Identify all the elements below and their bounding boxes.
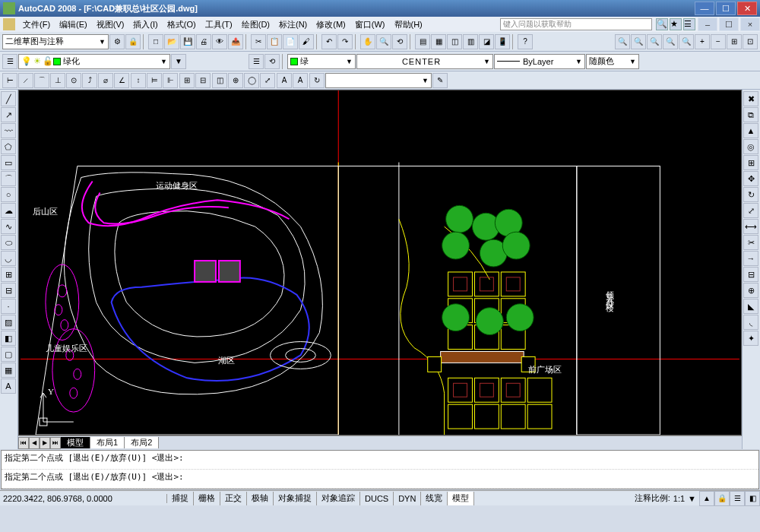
zoom-object-button[interactable]: 🔍 [679,34,694,49]
ellipsearc-button[interactable]: ◡ [1,251,16,266]
menu-dim[interactable]: 标注(N) [274,19,312,30]
search-icon[interactable]: 🔍 [656,18,668,30]
props-button[interactable]: ▤ [415,34,430,49]
polygon-button[interactable]: ⬠ [1,139,16,154]
ellipse-button[interactable]: ⬭ [1,235,16,250]
save-button[interactable]: 💾 [180,34,195,49]
inspect-button[interactable]: ◯ [244,73,259,88]
dim-linear-button[interactable]: ⊢ [2,73,17,88]
array-button[interactable]: ⊞ [743,155,758,170]
dim-continue-button[interactable]: ⊩ [163,73,178,88]
tab-last-button[interactable]: ⏭ [50,437,61,449]
region-button[interactable]: ▢ [1,347,16,362]
dim-space-button[interactable]: ⊞ [179,73,195,88]
dimstyle-dropdown[interactable]: ▼ [325,73,432,88]
makeblock-button[interactable]: ⊟ [1,283,16,298]
minimize-button[interactable]: — [695,2,714,15]
dimstyle-button[interactable]: ✎ [432,73,448,88]
pline-button[interactable]: 〰 [1,123,16,138]
stretch-button[interactable]: ⟷ [743,219,758,234]
canvas[interactable]: 运动健身区 后山区 儿童娱乐区 湖区 前广场区 领导办公楼 Y [18,90,742,435]
star-icon[interactable]: ★ [670,18,682,30]
revision-button[interactable]: ☁ [1,203,16,218]
extend-button[interactable]: → [743,251,758,266]
tab-model[interactable]: 模型 [61,437,90,448]
menu-window[interactable]: 窗口(W) [350,19,390,30]
point-button[interactable]: · [1,299,16,314]
tab-layout2[interactable]: 布局2 [125,437,159,448]
print-button[interactable]: 🖨 [196,34,211,49]
close-button[interactable]: ✕ [737,2,757,15]
zoom-in-button[interactable]: + [695,34,710,49]
jogged-linear-button[interactable]: ⤢ [260,73,275,88]
fillet-button[interactable]: ◟ [743,315,758,330]
linetype-dropdown[interactable]: CENTER▼ [356,54,493,69]
dimedit-button[interactable]: A [277,73,292,88]
redo-button[interactable]: ↷ [337,34,353,49]
rectangle-button[interactable]: ▭ [1,155,16,170]
erase-button[interactable]: ✖ [743,91,758,106]
copy-button[interactable]: 📋 [267,34,282,49]
calc-button[interactable]: 📱 [495,34,510,49]
menu-draw[interactable]: 绘图(D) [237,19,274,30]
dimupdate-button[interactable]: ↻ [309,73,325,88]
zoom-window-button[interactable]: 🔍 [615,34,630,49]
xline-button[interactable]: ↗ [1,107,16,122]
cut-button[interactable]: ✂ [251,34,266,49]
menu-help[interactable]: 帮助(H) [390,19,427,30]
dimtedit-button[interactable]: A [293,73,308,88]
gear-icon[interactable]: ⚙ [109,34,125,49]
status-ortho[interactable]: 正交 [220,492,247,505]
maximize-button[interactable]: ☐ [716,2,736,15]
spline-button[interactable]: ∿ [1,219,16,234]
plotstyle-dropdown[interactable]: 随颜色▼ [586,54,639,69]
color-dropdown[interactable]: 绿▼ [287,54,356,69]
tab-next-button[interactable]: ▶ [40,437,50,449]
break-button[interactable]: ⊟ [743,267,758,282]
layer-props-button[interactable]: ☰ [2,54,17,69]
menu-view[interactable]: 视图(V) [92,19,129,30]
chamfer-button[interactable]: ◣ [743,299,758,314]
status-polar[interactable]: 极轴 [247,492,274,505]
status-ducs[interactable]: DUCS [360,492,394,505]
chevron-down-icon[interactable]: ▼ [688,494,696,503]
preview-button[interactable]: 👁 [212,34,227,49]
pan-button[interactable]: ✋ [360,34,375,49]
status-grid[interactable]: 栅格 [194,492,220,505]
workspace-dropdown[interactable]: 二维草图与注释▼ [2,34,109,49]
status-snap[interactable]: 捕捉 [167,492,194,505]
publish-button[interactable]: 📤 [228,34,243,49]
new-button[interactable]: □ [148,34,163,49]
anno-auto-button[interactable]: 🔒 [714,491,730,506]
menu-edit[interactable]: 编辑(E) [55,19,92,30]
dim-diameter-button[interactable]: ⌀ [98,73,113,88]
insertblock-button[interactable]: ⊞ [1,267,16,282]
dim-angular-button[interactable]: ∠ [114,73,129,88]
dim-radius-button[interactable]: ⊙ [66,73,81,88]
dim-quick-button[interactable]: ↕ [131,73,146,88]
hatch-button[interactable]: ▨ [1,315,16,330]
explode-button[interactable]: ✦ [743,331,758,346]
arc-button[interactable]: ⌒ [1,171,16,186]
anno-value[interactable]: 1:1 [673,494,685,503]
zoom-out-button[interactable]: − [711,34,726,49]
lineweight-dropdown[interactable]: ByLayer▼ [494,54,585,69]
dim-aligned-button[interactable]: ⟋ [18,73,33,88]
mtext-button[interactable]: A [1,378,16,394]
menu-modify[interactable]: 修改(M) [312,19,350,30]
scale-button[interactable]: ⤢ [743,203,758,218]
layer-state-button[interactable]: ☰ [249,54,264,69]
zoom-extents-button[interactable]: ⊡ [743,34,758,49]
tab-first-button[interactable]: ⏮ [18,437,29,449]
layer-filter-button[interactable]: ▼ [171,54,186,69]
zoom-center-button[interactable]: 🔍 [663,34,678,49]
undo-button[interactable]: ↶ [321,34,337,49]
anno-visibility-button[interactable]: ▲ [699,491,714,506]
centermark-button[interactable]: ⊕ [228,73,243,88]
paste-button[interactable]: 📄 [283,34,298,49]
status-osnap[interactable]: 对象捕捉 [274,492,317,505]
command-input[interactable]: 指定第二个点或 [退出(E)/放弃(U)] <退出>: [2,470,758,489]
status-model[interactable]: 模型 [448,492,474,505]
table-button[interactable]: ▦ [1,363,16,378]
dim-baseline-button[interactable]: ⊨ [147,73,162,88]
